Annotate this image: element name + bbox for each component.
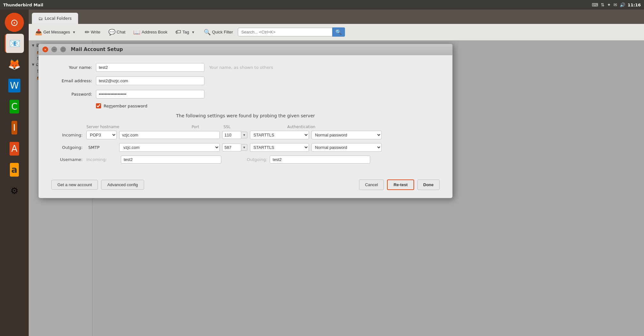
thunderbird-window: 🗂 Local Folders 📥 Get Messages ▼ ✏ Write…: [29, 10, 644, 336]
incoming-hostname-input[interactable]: [119, 131, 220, 139]
chat-icon: 💬: [108, 29, 115, 36]
tag-button[interactable]: 🏷 Tag ▼: [172, 27, 199, 37]
left-sidebar: ⊙ 📧 🦊 W C I A a ⚙: [0, 10, 29, 336]
outgoing-port-container: ▼: [222, 143, 247, 151]
sidebar-icon-calc[interactable]: C: [5, 97, 24, 116]
tag-icon: 🏷: [175, 29, 181, 35]
remember-password-checkbox[interactable]: [96, 103, 101, 108]
get-messages-dropdown-icon[interactable]: ▼: [71, 29, 77, 36]
dialog-close-button[interactable]: ✕: [42, 47, 48, 52]
get-messages-button[interactable]: 📥 Get Messages ▼: [32, 27, 80, 37]
username-row: Username: Incoming: Outgoing:: [51, 156, 440, 164]
done-button[interactable]: Done: [417, 179, 440, 190]
username-outgoing-label: Outgoing:: [247, 157, 267, 162]
sidebar-icon-impress[interactable]: I: [5, 118, 24, 137]
outgoing-port-input[interactable]: [222, 143, 241, 151]
mail-account-setup-dialog: ✕ − □ Mail Account Setup Your name: Your…: [38, 44, 453, 198]
incoming-auth-select[interactable]: Normal password Encrypted password Kerbe…: [311, 131, 382, 139]
tab-local-folders-label: Local Folders: [45, 16, 72, 21]
your-name-row: Your name: Your name, as shown to others: [51, 63, 440, 72]
address-book-button[interactable]: 📖 Address Book: [130, 27, 171, 37]
mail-indicator-icon: ✉: [613, 2, 617, 7]
dialog-maximize-button[interactable]: □: [60, 47, 66, 52]
advanced-config-button[interactable]: Advanced config: [101, 180, 144, 190]
remember-password-label: Remember password: [104, 104, 147, 108]
incoming-type-select[interactable]: POP3 IMAP: [86, 131, 117, 139]
password-row: Password:: [51, 90, 440, 99]
quick-filter-icon: 🔍: [204, 29, 211, 36]
software-app-icon: A: [10, 142, 19, 156]
search-box: 🔍: [238, 27, 641, 37]
outgoing-server-row: Outgoing: SMTP vzjc.com ▼ STARTTLS SSL/T…: [51, 143, 440, 152]
toolbar: 📥 Get Messages ▼ ✏ Write 💬 Chat 📖 Addres…: [29, 24, 644, 40]
outgoing-username-input[interactable]: [270, 156, 370, 164]
search-input[interactable]: [238, 28, 333, 36]
cancel-button[interactable]: Cancel: [359, 179, 384, 190]
incoming-ssl-select[interactable]: STARTTLS SSL/TLS None: [250, 131, 309, 139]
your-name-hint: Your name, as shown to others: [209, 65, 273, 70]
footer-left-buttons: Get a new account Advanced config: [51, 180, 144, 190]
ssl-header: SSL: [223, 125, 287, 129]
write-label: Write: [91, 30, 100, 34]
retest-button[interactable]: Re-test: [387, 179, 414, 190]
write-button[interactable]: ✏ Write: [82, 27, 104, 37]
email-input[interactable]: [96, 77, 204, 85]
outgoing-port-dropdown[interactable]: ▼: [241, 144, 247, 151]
incoming-port-input[interactable]: [222, 131, 241, 139]
incoming-server-row: Incoming: POP3 IMAP ▼ STARTTLS SSL/TL: [51, 131, 440, 139]
system-bar: Thunderbird Mail ⌨ ⇅ ✦ ✉ 🔊 11:16: [0, 0, 644, 10]
content-area: ▼ 🖥 test1@ 📥 Inbo 🗑 Trase ▼ 🗂 Local F 🗑 …: [29, 40, 644, 336]
tab-local-folders[interactable]: 🗂 Local Folders: [32, 13, 78, 24]
sidebar-icon-thunderbird[interactable]: 📧: [5, 34, 24, 53]
impress-app-icon: I: [11, 121, 17, 135]
footer-right-buttons: Cancel Re-test Done: [359, 179, 440, 190]
volume-icon: 🔊: [620, 2, 625, 7]
incoming-port-dropdown[interactable]: ▼: [241, 132, 247, 138]
keyboard-icon: ⌨: [592, 2, 598, 7]
sidebar-icon-amazon[interactable]: a: [5, 160, 24, 179]
outgoing-label: Outgoing:: [51, 145, 86, 150]
incoming-username-input[interactable]: [121, 156, 221, 164]
search-button[interactable]: 🔍: [332, 27, 345, 37]
your-name-label: Your name:: [51, 65, 96, 70]
your-name-input[interactable]: [96, 63, 204, 72]
email-label: Email address:: [51, 78, 96, 83]
probing-notice: The following settings were found by pro…: [51, 113, 440, 118]
address-book-label: Address Book: [142, 30, 167, 34]
sidebar-icon-writer[interactable]: W: [5, 76, 24, 95]
ubuntu-logo: ⊙: [10, 17, 18, 28]
quick-filter-label: Quick Filter: [212, 30, 233, 34]
firefox-app-icon: 🦊: [8, 58, 21, 70]
sidebar-icon-firefox[interactable]: 🦊: [5, 55, 24, 74]
writer-app-icon: W: [8, 79, 20, 92]
tag-dropdown-icon[interactable]: ▼: [190, 29, 196, 36]
chat-button[interactable]: 💬 Chat: [105, 27, 128, 37]
tag-label: Tag: [182, 30, 189, 34]
dialog-footer: Get a new account Advanced config Cancel…: [39, 179, 452, 198]
local-folders-tab-icon: 🗂: [38, 16, 43, 21]
hostname-header: Server hostname: [86, 125, 192, 129]
get-messages-icon: 📥: [35, 29, 42, 36]
password-input[interactable]: [96, 90, 204, 99]
dialog-title: Mail Account Setup: [71, 47, 123, 52]
outgoing-auth-select[interactable]: Normal password Encrypted password Kerbe…: [311, 143, 382, 152]
outgoing-hostname-select[interactable]: vzjc.com: [119, 143, 220, 152]
auth-header: Authentication: [287, 125, 361, 129]
username-label: Username:: [51, 157, 86, 162]
sidebar-icon-ubuntu[interactable]: ⊙: [5, 13, 24, 32]
chat-label: Chat: [117, 30, 125, 34]
remember-password-row: Remember password: [96, 103, 440, 108]
dialog-minimize-button[interactable]: −: [51, 47, 57, 52]
settings-app-icon: ⚙: [10, 186, 18, 196]
thunderbird-app-icon: 📧: [9, 38, 20, 49]
get-messages-label: Get Messages: [43, 30, 70, 34]
server-settings-headers: Server hostname Port SSL Authentication: [51, 125, 440, 129]
get-new-account-button[interactable]: Get a new account: [51, 180, 98, 190]
outgoing-type-display: SMTP: [86, 144, 117, 151]
sidebar-icon-settings[interactable]: ⚙: [5, 181, 24, 200]
outgoing-ssl-select[interactable]: STARTTLS SSL/TLS None: [250, 143, 309, 152]
network-icon: ⇅: [601, 2, 604, 7]
quick-filter-button[interactable]: 🔍 Quick Filter: [201, 27, 236, 37]
sidebar-icon-software[interactable]: A: [5, 139, 24, 158]
system-icons: ⌨ ⇅ ✦ ✉ 🔊 11:16: [592, 2, 641, 7]
